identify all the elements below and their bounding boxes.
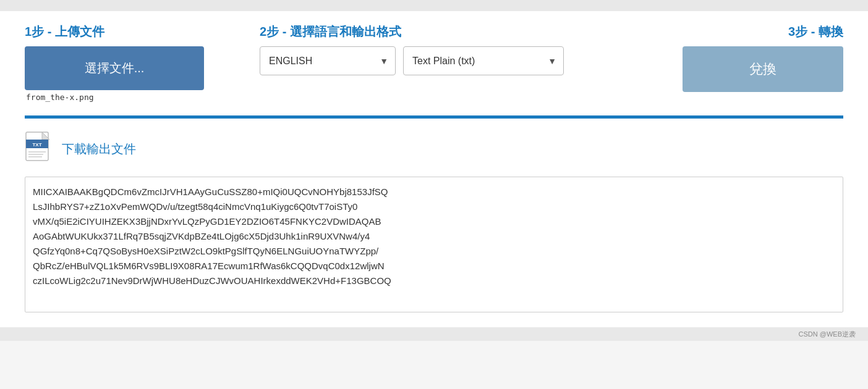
txt-file-icon: TXT [25, 131, 56, 167]
top-bar [0, 0, 868, 11]
step2-section: 2步 - 選擇語言和輸出格式 ENGLISH CHINESE JAPANESE … [223, 23, 670, 75]
format-select[interactable]: Text Plain (txt) PDF Word (docx) Excel (… [403, 46, 564, 75]
language-dropdown-wrapper: ENGLISH CHINESE JAPANESE FRENCH GERMAN S… [260, 46, 396, 75]
language-select[interactable]: ENGLISH CHINESE JAPANESE FRENCH GERMAN S… [260, 46, 396, 75]
output-section: TXT 下載輸出文件 [0, 119, 868, 327]
csdn-label: CSDN @WEB逆袭 [799, 330, 856, 339]
step1-section: 1步 - 上傳文件 選擇文件... from_the-x.png [25, 23, 223, 102]
convert-button[interactable]: 兌換 [683, 46, 843, 92]
download-row: TXT 下載輸出文件 [25, 131, 843, 167]
step2-label: 2步 - 選擇語言和輸出格式 [260, 23, 670, 40]
download-link[interactable]: 下載輸出文件 [62, 141, 136, 157]
svg-text:TXT: TXT [32, 142, 41, 148]
bottom-bar: CSDN @WEB逆袭 [0, 327, 868, 341]
step1-controls: 選擇文件... from_the-x.png [25, 46, 223, 102]
step3-inner: 3步 - 轉換 兌換 [683, 23, 843, 92]
format-dropdown-wrapper: Text Plain (txt) PDF Word (docx) Excel (… [403, 46, 564, 75]
step2-controls: ENGLISH CHINESE JAPANESE FRENCH GERMAN S… [260, 46, 670, 75]
step1-label: 1步 - 上傳文件 [25, 23, 223, 40]
page-wrapper: 1步 - 上傳文件 選擇文件... from_the-x.png 2步 - 選擇… [0, 0, 868, 341]
steps-row: 1步 - 上傳文件 選擇文件... from_the-x.png 2步 - 選擇… [0, 11, 868, 108]
choose-file-button[interactable]: 選擇文件... [25, 46, 204, 90]
step3-section: 3步 - 轉換 兌換 [670, 23, 843, 92]
output-textarea[interactable] [25, 177, 843, 312]
filename-display: from_the-x.png [25, 93, 223, 102]
step3-label: 3步 - 轉換 [788, 23, 843, 40]
